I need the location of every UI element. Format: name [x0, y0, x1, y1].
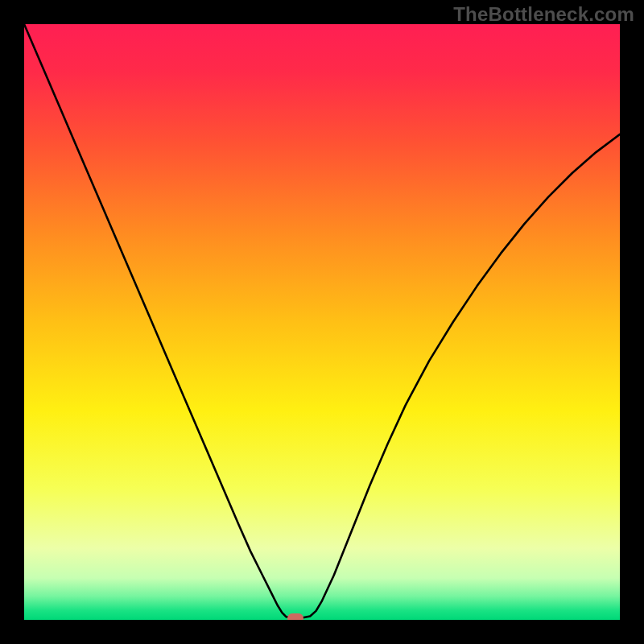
chart-svg	[24, 24, 620, 620]
chart-frame: TheBottleneck.com	[0, 0, 644, 644]
plot-area	[24, 24, 620, 620]
gradient-background	[24, 24, 620, 620]
watermark-text: TheBottleneck.com	[453, 3, 634, 26]
minimum-marker	[287, 613, 303, 620]
